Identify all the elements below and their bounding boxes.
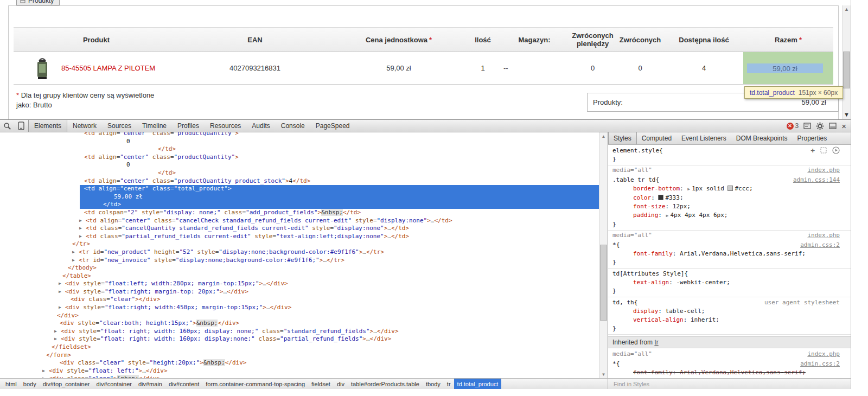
styles-tab-properties[interactable]: Properties <box>792 132 832 144</box>
expand-arrow-icon[interactable]: ▶ <box>72 248 75 257</box>
dom-tree-node[interactable]: ▶<div style="float:right; width:450px; m… <box>0 304 599 312</box>
dom-tree-node[interactable]: </td> <box>0 145 599 154</box>
breadcrumb-item[interactable]: div#container <box>93 379 135 389</box>
settings-gear-icon[interactable] <box>816 122 824 130</box>
dom-tree-node[interactable]: <div style="clear:both; height:15px;">&n… <box>0 320 599 328</box>
breadcrumb-item[interactable]: html <box>2 379 20 389</box>
dom-tree-node[interactable]: </form> <box>0 352 599 360</box>
dom-tree-node[interactable]: </table> <box>0 272 599 280</box>
scroll-down-arrow-icon[interactable]: ▼ <box>599 371 608 378</box>
stylesheet-source-link[interactable]: index.php <box>807 232 840 239</box>
css-declaration[interactable]: padding: ▶4px 4px 4px 6px; <box>608 211 851 220</box>
stylesheet-source-link[interactable]: index.php <box>807 350 840 357</box>
dom-tree-node[interactable]: ▶<td align="center" class="cancelCheck s… <box>0 217 599 225</box>
find-in-styles-field[interactable]: Find in Styles <box>608 379 851 389</box>
dom-tree-node[interactable]: 0 <box>0 161 599 169</box>
devtools-tab-timeline[interactable]: Timeline <box>137 120 172 132</box>
dom-tree-node[interactable]: <td align="center" class="productQuantit… <box>0 177 599 186</box>
color-swatch[interactable] <box>658 195 663 200</box>
new-style-rule-icon[interactable]: + <box>810 147 815 154</box>
css-declaration[interactable]: font-family: Arial,Verdana,Helvetica,san… <box>608 250 851 258</box>
dom-tree-node[interactable]: </tr> <box>0 240 599 248</box>
dock-side-icon[interactable] <box>829 123 837 129</box>
dom-tree-node[interactable]: <td colspan="2" style="display: none;" c… <box>0 209 599 217</box>
breadcrumb-item[interactable]: table#orderProducts.table <box>348 379 423 389</box>
css-declaration[interactable]: font-size: 12px; <box>608 202 851 211</box>
expand-arrow-icon[interactable]: ▶ <box>42 367 45 375</box>
expand-arrow-icon[interactable]: ▶ <box>79 233 82 241</box>
inherited-node-link[interactable]: tr <box>654 338 658 346</box>
dom-tree-node[interactable]: </td> <box>0 169 599 177</box>
expand-arrow-icon[interactable]: ▶ <box>79 217 82 225</box>
dom-tree-node[interactable]: </div> <box>0 312 599 320</box>
dom-tree-node[interactable]: <td align="center" class="total_product"… <box>80 185 599 193</box>
breadcrumb-item[interactable]: div#main <box>135 379 165 389</box>
dom-tree-node[interactable]: <div class="clear"></div> <box>0 296 599 304</box>
devtools-tab-profiles[interactable]: Profiles <box>172 120 205 132</box>
dom-tree-node[interactable]: </tbody> <box>0 264 599 272</box>
stylesheet-source-link[interactable]: admin.css:144 <box>793 176 840 183</box>
stylesheet-source-link[interactable]: admin.css:2 <box>800 241 840 248</box>
stylesheet-source-link[interactable]: index.php <box>807 167 840 174</box>
devtools-tab-audits[interactable]: Audits <box>246 120 275 132</box>
breadcrumb-item[interactable]: div#top_container <box>40 379 93 389</box>
scroll-down-arrow-icon[interactable]: ▼ <box>843 111 851 118</box>
scrollbar-thumb[interactable] <box>600 245 607 321</box>
expand-arrow-icon[interactable]: ▶ <box>54 335 57 343</box>
css-declaration[interactable]: font-family: Arial,Verdana,Helvetica,san… <box>608 368 851 377</box>
dom-tree-node[interactable]: ▶<tr id="new_invoice" style="display:non… <box>0 257 599 265</box>
expand-arrow-icon[interactable]: ▶ <box>59 288 61 296</box>
scroll-up-arrow-icon[interactable]: ▲ <box>599 133 608 140</box>
dom-tree-node[interactable]: <td align="center" class="productQuantit… <box>0 132 599 138</box>
devtools-tab-console[interactable]: Console <box>276 120 310 132</box>
styles-tab-styles[interactable]: Styles <box>608 132 637 144</box>
dom-tree-node[interactable]: 59,00 zł <box>80 193 599 201</box>
dom-tree-node[interactable]: ▶<div style="float: left;">…</div> <box>0 367 599 375</box>
error-counter[interactable]: ✕ 3 <box>787 122 799 130</box>
expand-arrow-icon[interactable]: ▶ <box>72 257 75 265</box>
close-devtools-icon[interactable]: × <box>841 122 846 130</box>
devtools-tab-network[interactable]: Network <box>67 120 102 132</box>
expand-arrow-icon[interactable]: ▶ <box>59 280 61 288</box>
dom-tree-node[interactable]: ▶<td class="cancelQuantity standard_refu… <box>0 225 599 233</box>
page-vertical-scrollbar[interactable]: ▲ ▼ <box>842 5 851 119</box>
dom-tree-node[interactable]: 0 <box>0 138 599 146</box>
css-declaration[interactable]: vertical-align: inherit; <box>608 316 851 324</box>
breadcrumb-item[interactable]: tbody <box>423 379 444 389</box>
color-swatch[interactable] <box>727 186 733 191</box>
devtools-tab-sources[interactable]: Sources <box>102 120 137 132</box>
scrollbar-thumb[interactable] <box>843 52 850 88</box>
expand-shorthand-icon[interactable]: ▶ <box>666 213 669 218</box>
css-declaration[interactable]: color: #333; <box>608 194 851 202</box>
dom-tree-node[interactable]: </fieldset> <box>0 343 599 352</box>
dom-tree-node[interactable]: ▶<td class="partial_refund_fields curren… <box>0 233 599 241</box>
expand-pane-icon[interactable] <box>832 146 840 154</box>
styles-tab-event-listeners[interactable]: Event Listeners <box>676 132 731 144</box>
expand-shorthand-icon[interactable]: ▶ <box>687 187 690 191</box>
devtools-tab-pagespeed[interactable]: PageSpeed <box>310 120 355 132</box>
css-declaration[interactable]: text-align: -webkit-center; <box>608 278 851 287</box>
stylesheet-source-link[interactable]: admin.css:2 <box>800 360 840 367</box>
breadcrumb-item[interactable]: tr <box>444 379 454 389</box>
expand-arrow-icon[interactable]: ▶ <box>59 304 61 312</box>
elements-panel-scrollbar[interactable]: ▲ ▼ <box>599 132 608 379</box>
element-state-icon[interactable] <box>820 147 827 154</box>
dom-tree-node[interactable]: <div class="clear" style="height:20px;">… <box>0 359 599 367</box>
dom-tree-node[interactable]: ▶<div style="float: right; width: 160px;… <box>0 335 599 343</box>
products-legend-button[interactable]: Produkty <box>16 0 60 6</box>
device-mode-icon[interactable] <box>14 120 28 132</box>
scroll-up-arrow-icon[interactable]: ▲ <box>843 5 851 13</box>
dom-tree-node[interactable]: ▶<div style="float: right; width: 160px;… <box>0 328 599 336</box>
breadcrumb-item[interactable]: form.container-command-top-spacing <box>202 379 308 389</box>
devtools-tab-elements[interactable]: Elements <box>28 120 67 132</box>
dom-tree-node[interactable]: </td> <box>80 201 599 209</box>
breadcrumb-item[interactable]: td.total_product <box>454 379 502 389</box>
inspect-element-search-icon[interactable] <box>0 120 14 132</box>
devtools-tab-resources[interactable]: Resources <box>205 120 246 132</box>
expand-arrow-icon[interactable]: ▶ <box>54 328 57 336</box>
dom-tree-node[interactable]: ▶<div style="float:left; width:280px; ma… <box>0 280 599 288</box>
product-thumbnail-image[interactable] <box>34 56 50 81</box>
breadcrumb-item[interactable]: div <box>334 379 348 389</box>
breadcrumb-item[interactable]: fieldset <box>308 379 334 389</box>
css-declaration[interactable]: display: table-cell; <box>608 307 851 316</box>
